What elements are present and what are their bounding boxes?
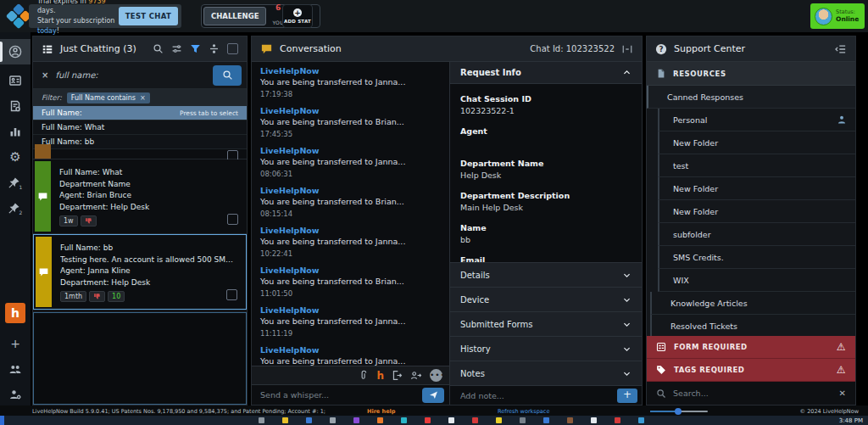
agent-status-toggle[interactable]: Status:Online [810, 3, 865, 29]
send-button[interactable] [422, 388, 444, 403]
chevron-down-icon [622, 344, 632, 354]
split-view-icon[interactable] [209, 43, 220, 54]
chip-close-icon[interactable]: × [140, 94, 146, 102]
support-search-input[interactable]: Search... [673, 389, 832, 398]
accordion-section[interactable]: Device [450, 287, 642, 311]
add-stat-button[interactable]: + ADD STAT [282, 4, 313, 28]
hire-help-link[interactable]: Hire help [367, 408, 395, 415]
chat-item-checkbox[interactable] [227, 214, 238, 225]
filter-chip[interactable]: Full Name contains× [67, 92, 150, 103]
tree-item[interactable]: SMS Credits. [658, 246, 855, 269]
chat-list-item[interactable]: Full Name: bb Testing here. An account i… [33, 234, 247, 310]
search-icon[interactable] [153, 43, 164, 54]
field-value: Help Desk [460, 171, 632, 180]
message-sender[interactable]: LiveHelpNow [260, 345, 441, 355]
collapse-menu-icon[interactable] [835, 44, 847, 54]
message-sender[interactable]: LiveHelpNow [260, 266, 441, 275]
dock-app-icon[interactable] [259, 417, 264, 423]
sidebar-item-visitors[interactable] [0, 356, 31, 382]
slider-handle[interactable] [675, 408, 682, 415]
zoom-slider[interactable] [650, 411, 708, 412]
tree-item[interactable]: Resolved Tickets [650, 315, 855, 336]
message-sender[interactable]: LiveHelpNow [260, 146, 441, 155]
dock-app-icon[interactable] [543, 417, 549, 423]
message-sender[interactable]: LiveHelpNow [260, 305, 441, 315]
canned-response-icon[interactable]: h [376, 370, 384, 382]
dock-app-icon[interactable] [448, 417, 454, 423]
message-sender[interactable]: LiveHelpNow [260, 186, 441, 195]
accordion-section[interactable]: Submitted Forms [450, 311, 642, 336]
message-sender[interactable]: LiveHelpNow [260, 66, 441, 75]
test-chat-button[interactable]: TEST CHAT [119, 7, 178, 25]
dock-app-icon[interactable] [401, 417, 407, 423]
dock-app-icon[interactable] [377, 417, 383, 423]
suggestion-row[interactable]: Full Name: bb [33, 135, 247, 149]
sidebar-item-pin-1[interactable]: 1 [0, 170, 31, 195]
tree-item[interactable]: Canned Responses [647, 86, 855, 109]
tree-item[interactable]: New Folder [658, 131, 855, 154]
sort-options-icon[interactable] [171, 43, 182, 54]
add-note-input[interactable]: Add note... [460, 391, 617, 400]
message-list[interactable]: LiveHelpNow You are being transferred to… [252, 62, 449, 366]
dock-app-icon[interactable] [425, 417, 431, 423]
sidebar-item-tickets[interactable] [0, 93, 31, 119]
sidebar-item-home[interactable]: h [0, 300, 31, 326]
taskbar-dock[interactable] [259, 417, 644, 423]
chat-search-input[interactable]: full name: [55, 70, 206, 80]
resize-columns-icon[interactable] [621, 44, 633, 54]
add-note-button[interactable]: + [617, 389, 637, 403]
chat-item-checkbox[interactable] [226, 289, 237, 300]
tags-required-row[interactable]: TAGS REQUIRED ⚠ [647, 359, 855, 382]
chat-list-item[interactable]: Full Name: What Department Name Agent: B… [33, 159, 247, 234]
message-sender[interactable]: LiveHelpNow [260, 226, 441, 235]
suggestion-row[interactable]: Full Name: What [33, 120, 247, 135]
subscribe-link[interactable]: today [37, 27, 57, 35]
chat-list-item-partial[interactable] [33, 149, 247, 159]
tree-item[interactable]: New Folder [658, 200, 855, 223]
select-all-checkbox[interactable] [227, 43, 238, 54]
transfer-agent-icon[interactable] [410, 370, 422, 381]
sidebar-item-settings[interactable]: ⚙ [0, 144, 31, 170]
dock-app-icon[interactable] [567, 417, 573, 423]
dock-app-icon[interactable] [306, 417, 312, 423]
sidebar-item-reports[interactable] [0, 119, 31, 144]
dock-app-icon[interactable] [615, 417, 620, 423]
dock-app-icon[interactable] [282, 417, 288, 423]
tree-item[interactable]: WIX [658, 269, 855, 292]
dock-app-icon[interactable] [496, 417, 502, 423]
dock-app-icon[interactable] [520, 417, 526, 423]
more-options-button[interactable]: ••• [430, 369, 442, 382]
clear-search-icon[interactable]: × [42, 70, 48, 80]
sidebar-item-add[interactable]: + [0, 331, 31, 356]
tree-item[interactable]: Personal [658, 109, 855, 131]
dock-app-icon[interactable] [353, 417, 359, 423]
dock-app-icon[interactable] [472, 417, 478, 423]
message-sender[interactable]: LiveHelpNow [260, 106, 441, 115]
request-info-header[interactable]: Request Info [450, 62, 642, 84]
close-icon[interactable]: ✕ [839, 389, 846, 398]
dock-app-icon[interactable] [591, 417, 597, 423]
tree-item[interactable]: test [658, 154, 855, 177]
search-submit-button[interactable] [213, 65, 242, 86]
sidebar-item-admin[interactable] [0, 382, 31, 407]
tree-item[interactable]: subfolder [658, 223, 855, 246]
filter-funnel-icon[interactable] [190, 43, 201, 54]
accordion-section[interactable]: Details [450, 262, 642, 287]
paperclip-icon[interactable] [359, 370, 369, 381]
tree-item[interactable]: New Folder [658, 177, 855, 200]
form-required-row[interactable]: FORM REQUIRED ⚠ [647, 336, 855, 359]
dock-app-icon[interactable] [638, 417, 644, 423]
sidebar-item-pin-2[interactable]: 2 [0, 195, 31, 221]
tree-item[interactable]: Knowledge Articles [650, 292, 855, 315]
sidebar-item-chats[interactable] [0, 39, 31, 64]
suggestion-row[interactable]: Full Name: Press tab to select [33, 106, 247, 120]
sidebar-item-contacts[interactable] [0, 68, 31, 93]
challenge-button[interactable]: CHALLENGE [203, 7, 266, 25]
accordion-section[interactable]: History [450, 336, 642, 361]
refresh-workspace-link[interactable]: Refresh workspace [498, 408, 549, 415]
accordion-section[interactable]: Notes [450, 361, 642, 385]
resources-row[interactable]: RESOURCES [647, 62, 855, 86]
transfer-chat-icon[interactable] [392, 370, 403, 381]
dock-app-icon[interactable] [330, 417, 336, 423]
whisper-input[interactable]: Send a whisper... [260, 390, 422, 400]
